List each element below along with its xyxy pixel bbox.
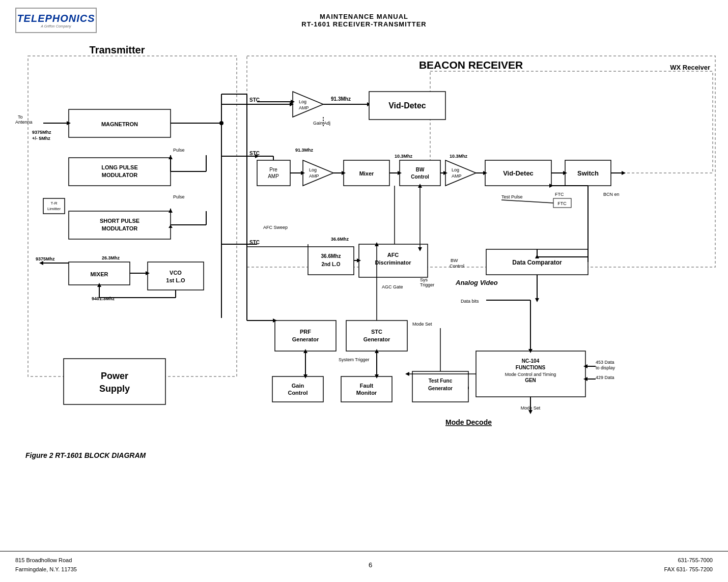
svg-marker-39 bbox=[303, 160, 333, 186]
vco-label: VCO bbox=[170, 270, 182, 276]
svg-rect-62 bbox=[308, 247, 354, 275]
svg-marker-12 bbox=[39, 261, 43, 265]
system-trigger-label: System Trigger bbox=[339, 357, 370, 362]
fault-monitor-label: Fault bbox=[360, 383, 374, 389]
magnetron-label: MAGNETRON bbox=[101, 121, 138, 127]
data-429-label: 429 Data bbox=[596, 375, 614, 380]
fax: FAX 631- 755-7200 bbox=[664, 565, 713, 574]
nc104-label: NC-104 bbox=[522, 358, 540, 364]
block-diagram: Transmitter BEACON RECEIVER WX Receiver … bbox=[13, 43, 723, 445]
footer-address: 815 Broadhollow Road Farmingdale, N.Y. 1… bbox=[15, 556, 77, 574]
freq-91-3-label2: 91.3Mhz bbox=[295, 148, 314, 153]
short-pulse-label2: MODULATOR bbox=[102, 225, 138, 231]
vco-label2: 1st L.O bbox=[166, 277, 185, 283]
svg-rect-1 bbox=[247, 56, 715, 267]
svg-rect-19 bbox=[64, 359, 165, 404]
sys-trigger-label: Sys bbox=[420, 277, 428, 282]
sys-trigger-label2: Trigger bbox=[420, 282, 434, 287]
switch-label: Switch bbox=[577, 169, 599, 177]
freq-91-3-label: 91.3Mhz bbox=[331, 96, 351, 102]
log-amp1-label2: AMP bbox=[299, 105, 309, 110]
log-amp2-label2: AMP bbox=[309, 173, 319, 179]
transmitter-label: Transmitter bbox=[90, 44, 145, 55]
bw-control-side-label: BW bbox=[451, 258, 458, 263]
wx-label: WX Receiver bbox=[670, 64, 710, 71]
svg-rect-67 bbox=[346, 321, 407, 351]
company-name: TELEPHONICS bbox=[17, 13, 95, 24]
nc104-label4: GEN bbox=[525, 377, 536, 383]
tr-limitter-label2: Limitter bbox=[47, 207, 61, 211]
data-comparator-label: Data Comparator bbox=[512, 259, 562, 266]
company-sub: A Griffon Company bbox=[41, 24, 71, 28]
beacon-label: BEACON RECEIVER bbox=[419, 59, 523, 71]
freq-36-6-label: 36.6Mhz bbox=[331, 237, 349, 242]
svg-marker-79 bbox=[528, 410, 533, 414]
data-bits-label: Data bits bbox=[461, 299, 479, 304]
data-453-label: 453 Data bbox=[596, 360, 614, 365]
svg-point-96 bbox=[219, 121, 223, 125]
address-line2: Farmingdale, N.Y. 11735 bbox=[15, 565, 77, 574]
logo-area: TELEPHONICS A Griffon Company bbox=[15, 8, 97, 33]
analog-video-label: Analog Video bbox=[455, 279, 498, 286]
tr-limitter-label: T-R bbox=[51, 201, 58, 206]
svg-rect-68 bbox=[272, 376, 323, 402]
log-amp1-label: Log bbox=[299, 99, 306, 104]
agc-gate-label: AGC Gate bbox=[382, 284, 403, 289]
svg-rect-66 bbox=[275, 321, 336, 351]
to-antenna-label2: Antenna bbox=[15, 120, 33, 125]
afc-sweep-label: AFC Sweep bbox=[263, 225, 288, 230]
freq-9401: 9401.3Mhz bbox=[92, 296, 115, 301]
svg-rect-10 bbox=[148, 262, 204, 290]
footer-contact: 631-755-7000 FAX 631- 755-7200 bbox=[664, 556, 713, 574]
svg-marker-109 bbox=[622, 171, 626, 175]
bw-control-label2: Control bbox=[411, 174, 429, 180]
afc-disc-label2: Discriminator bbox=[375, 259, 412, 266]
data-453-label2: to display bbox=[596, 365, 615, 370]
svg-rect-2 bbox=[430, 71, 713, 173]
log-amp3-label2: AMP bbox=[452, 173, 462, 179]
freq-9375: 9375Mhz bbox=[36, 256, 55, 261]
nc104-label3: Mode Control and Timing bbox=[505, 372, 556, 377]
log-amp2-label: Log bbox=[309, 167, 317, 172]
footer-page: 6 bbox=[369, 561, 372, 569]
stc-label2: STC bbox=[249, 151, 260, 156]
bw-control-side-label2: Control bbox=[450, 264, 464, 269]
svg-line-60 bbox=[501, 200, 553, 203]
ftc-label: FTC bbox=[555, 192, 564, 197]
pulse-label2: Pulse bbox=[173, 194, 185, 199]
mode-decode-label: Mode Decode bbox=[445, 418, 492, 426]
freq-label: 9375Mhz bbox=[32, 130, 51, 135]
prf-gen-label2: Generator bbox=[292, 336, 319, 342]
stc-gen-label: STC bbox=[371, 329, 382, 335]
test-func-gen-label2: Generator bbox=[428, 386, 453, 391]
pulse-label: Pulse bbox=[173, 148, 185, 153]
vid-detec1-label: Vid-Detec bbox=[388, 101, 426, 110]
vid-detec2-label: Vid-Detec bbox=[503, 169, 534, 177]
svg-marker-31 bbox=[293, 92, 323, 117]
prf-gen-label: PRF bbox=[300, 329, 311, 335]
page: { "header": { "company": "TELEPHONICS", … bbox=[0, 0, 728, 582]
svg-rect-72 bbox=[341, 376, 392, 402]
svg-rect-38 bbox=[257, 160, 290, 186]
pre-amp-label: Pre bbox=[269, 167, 277, 172]
mixer-block-label: Mixer bbox=[359, 170, 374, 177]
mixer-label: MIXER bbox=[91, 271, 108, 277]
doc-title-line1: MAINTENANCE MANUAL bbox=[301, 13, 426, 20]
logo-box: TELEPHONICS A Griffon Company bbox=[15, 8, 97, 33]
gain-control-label: Gain bbox=[292, 383, 304, 389]
svg-rect-47 bbox=[400, 160, 440, 186]
address-line1: 815 Broadhollow Road bbox=[15, 556, 77, 565]
long-pulse-label: LONG PULSE bbox=[101, 164, 138, 170]
lo-36-6-label2: 2nd L.O bbox=[321, 261, 340, 267]
svg-marker-50 bbox=[445, 160, 476, 186]
bcn-en-label: BCN en bbox=[603, 192, 620, 197]
test-pulse-label: Test Pulse bbox=[501, 194, 523, 199]
freq-10-3-label2: 10.3Mhz bbox=[450, 154, 468, 159]
short-pulse-label: SHORT PULSE bbox=[100, 218, 139, 224]
svg-marker-118 bbox=[405, 372, 409, 376]
svg-marker-107 bbox=[535, 298, 539, 302]
power-supply-label2: Supply bbox=[99, 384, 130, 394]
figure-caption: Figure 2 RT-1601 BLOCK DIAGRAM bbox=[25, 451, 146, 459]
nc104-label2: FUNCTIONS bbox=[516, 365, 546, 370]
gain-control-label2: Control bbox=[288, 390, 307, 396]
